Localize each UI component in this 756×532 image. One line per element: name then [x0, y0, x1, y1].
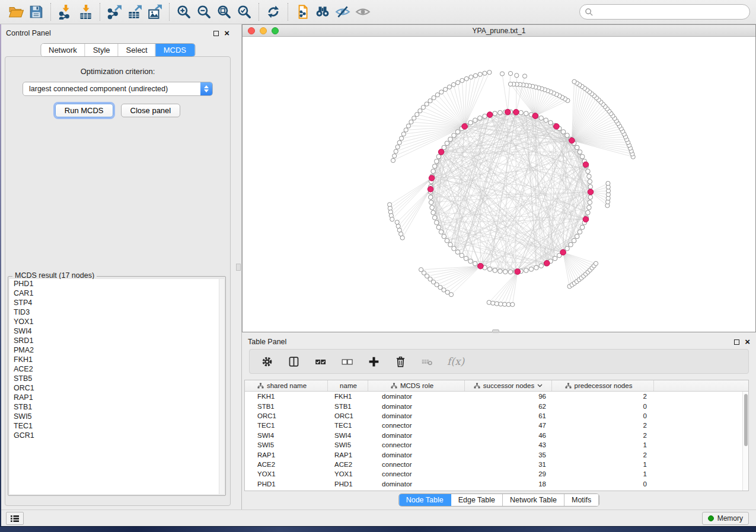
- cell-name[interactable]: YOX1: [328, 469, 368, 479]
- cell-shared-name[interactable]: RAP1: [245, 450, 328, 459]
- cell-mcds-role[interactable]: dominator: [368, 450, 465, 459]
- cell-mcds-role[interactable]: dominator: [368, 411, 465, 421]
- cell-mcds-role[interactable]: connector: [368, 460, 465, 469]
- mcds-result-item[interactable]: ORC1: [9, 383, 224, 393]
- find-icon[interactable]: [312, 3, 333, 21]
- open-file-icon[interactable]: [6, 3, 26, 21]
- column-header[interactable]: MCDS role: [368, 380, 465, 391]
- cell-successor-nodes[interactable]: 47: [465, 421, 552, 430]
- mcds-result-item[interactable]: YOX1: [9, 317, 224, 326]
- export-network-icon[interactable]: [104, 3, 125, 21]
- cell-mcds-role[interactable]: connector: [368, 421, 465, 430]
- table-row[interactable]: YOX1 YOX1 connector 29 1: [245, 469, 742, 479]
- cell-successor-nodes[interactable]: 43: [465, 440, 552, 450]
- close-window-icon[interactable]: [248, 27, 255, 34]
- show-all-icon[interactable]: [353, 3, 373, 21]
- cell-predecessor-nodes[interactable]: 1: [552, 469, 654, 479]
- apply-layout-icon[interactable]: [263, 3, 283, 21]
- control-panel-tab[interactable]: Network: [41, 44, 85, 56]
- cell-predecessor-nodes[interactable]: 1: [552, 460, 654, 469]
- search-input[interactable]: [594, 8, 745, 16]
- cell-successor-nodes[interactable]: 31: [465, 460, 552, 469]
- import-network-icon[interactable]: [55, 3, 75, 21]
- cell-name[interactable]: FKH1: [328, 392, 368, 401]
- maximize-window-icon[interactable]: [272, 27, 279, 34]
- column-header[interactable]: shared name: [245, 380, 328, 391]
- dropdown-stepper-icon[interactable]: [200, 82, 212, 95]
- cell-mcds-role[interactable]: dominator: [368, 392, 465, 401]
- cell-name[interactable]: ACE2: [328, 460, 368, 469]
- cell-shared-name[interactable]: SWI5: [245, 440, 328, 450]
- cell-name[interactable]: TEC1: [328, 421, 368, 430]
- zoom-fit-icon[interactable]: [214, 3, 234, 21]
- cell-mcds-role[interactable]: connector: [368, 440, 465, 450]
- network-window-titlebar[interactable]: YPA_prune.txt_1: [243, 25, 755, 37]
- float-table-panel-icon[interactable]: [734, 339, 739, 345]
- mcds-result-item[interactable]: PHD1: [9, 279, 224, 289]
- minimize-window-icon[interactable]: [260, 27, 267, 34]
- table-row[interactable]: ORC1 ORC1 dominator 61 0: [245, 411, 742, 421]
- mcds-result-item[interactable]: TEC1: [9, 421, 224, 431]
- cell-shared-name[interactable]: ACE2: [245, 460, 328, 469]
- mcds-list-scrollbar[interactable]: [219, 279, 224, 494]
- sort-descending-icon[interactable]: [537, 384, 543, 387]
- table-row[interactable]: TEC1 TEC1 connector 47 2: [245, 421, 742, 430]
- cell-successor-nodes[interactable]: 62: [465, 401, 552, 411]
- export-image-icon[interactable]: [145, 3, 165, 21]
- network-graph[interactable]: [243, 37, 755, 331]
- cell-predecessor-nodes[interactable]: 0: [552, 401, 654, 411]
- import-table-icon[interactable]: [75, 3, 95, 21]
- control-panel-tab[interactable]: Select: [119, 44, 156, 56]
- mcds-result-item[interactable]: STB5: [9, 374, 224, 383]
- cell-shared-name[interactable]: SWI4: [245, 431, 328, 440]
- mcds-result-list[interactable]: PHD1CAR1STP4TID3YOX1SWI4SRD1PMA2FKH1ACE2…: [9, 279, 224, 494]
- cell-mcds-role[interactable]: dominator: [368, 431, 465, 440]
- panel-menu-button[interactable]: [6, 512, 24, 525]
- vertical-splitter[interactable]: [235, 24, 242, 509]
- mcds-result-item[interactable]: ACE2: [9, 364, 224, 374]
- cell-predecessor-nodes[interactable]: 2: [552, 392, 654, 401]
- close-panel-button[interactable]: Close panel: [121, 104, 181, 117]
- table-row[interactable]: SWI4 SWI4 dominator 46 2: [245, 431, 742, 440]
- cell-name[interactable]: SWI4: [328, 431, 368, 440]
- table-row[interactable]: SWI5 SWI5 connector 43 1: [245, 440, 742, 450]
- cell-name[interactable]: ORC1: [328, 411, 368, 421]
- cell-name[interactable]: STB1: [328, 401, 368, 411]
- mcds-result-item[interactable]: RAP1: [9, 393, 224, 402]
- cell-predecessor-nodes[interactable]: 2: [552, 431, 654, 440]
- table-row[interactable]: FKH1 FKH1 dominator 96 2: [245, 392, 742, 401]
- table-scrollbar[interactable]: [742, 392, 748, 491]
- add-column-icon[interactable]: [367, 355, 380, 368]
- table-tab[interactable]: Network Table: [503, 494, 564, 506]
- show-columns-icon[interactable]: [287, 355, 300, 368]
- cell-mcds-role[interactable]: connector: [368, 469, 465, 479]
- close-panel-icon[interactable]: ×: [224, 30, 229, 36]
- search-box[interactable]: [579, 4, 750, 20]
- cell-name[interactable]: SWI5: [328, 440, 368, 450]
- cell-mcds-role[interactable]: dominator: [368, 479, 465, 489]
- table-tab[interactable]: Edge Table: [451, 494, 503, 506]
- cell-shared-name[interactable]: ORC1: [245, 411, 328, 421]
- save-session-icon[interactable]: [26, 3, 46, 21]
- zoom-out-icon[interactable]: [194, 3, 214, 21]
- cell-successor-nodes[interactable]: 18: [465, 479, 552, 489]
- cell-shared-name[interactable]: TEC1: [245, 421, 328, 430]
- mcds-result-item[interactable]: PMA2: [9, 345, 224, 355]
- control-panel-tab[interactable]: MCDS: [156, 44, 194, 56]
- memory-button[interactable]: Memory: [702, 512, 749, 525]
- table-row[interactable]: STB1 STB1 dominator 62 0: [245, 401, 742, 411]
- cell-name[interactable]: RAP1: [328, 450, 368, 459]
- delete-column-icon[interactable]: [394, 355, 407, 368]
- table-row[interactable]: ACE2 ACE2 connector 31 1: [245, 460, 742, 469]
- table-row[interactable]: RAP1 RAP1 dominator 35 2: [245, 450, 742, 459]
- mcds-result-item[interactable]: CAR1: [9, 289, 224, 298]
- mcds-result-item[interactable]: SWI5: [9, 412, 224, 421]
- run-mcds-button[interactable]: Run MCDS: [55, 104, 113, 117]
- zoom-in-icon[interactable]: [174, 3, 194, 21]
- mcds-result-item[interactable]: SWI4: [9, 326, 224, 336]
- table-options-gear-icon[interactable]: [260, 355, 273, 368]
- cell-successor-nodes[interactable]: 35: [465, 450, 552, 459]
- table-scrollbar-thumb[interactable]: [744, 394, 748, 446]
- column-header[interactable]: predecessor nodes: [552, 380, 654, 391]
- cell-predecessor-nodes[interactable]: 2: [552, 450, 654, 459]
